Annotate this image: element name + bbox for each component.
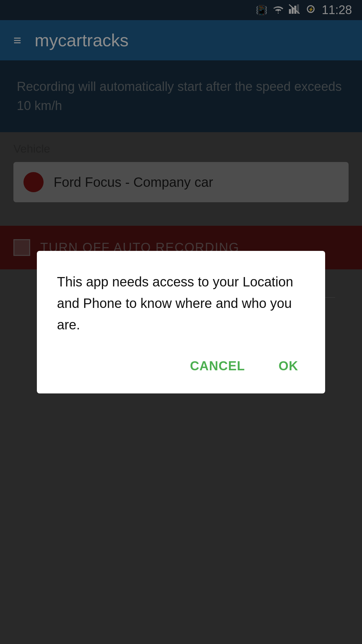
dialog-buttons: CANCEL OK [57, 356, 305, 377]
dialog-message: This app needs access to your Location a… [57, 271, 305, 335]
ok-button[interactable]: OK [272, 356, 305, 377]
cancel-button[interactable]: CANCEL [183, 356, 252, 377]
dialog-overlay: This app needs access to your Location a… [0, 0, 362, 644]
permission-dialog: This app needs access to your Location a… [37, 251, 325, 393]
